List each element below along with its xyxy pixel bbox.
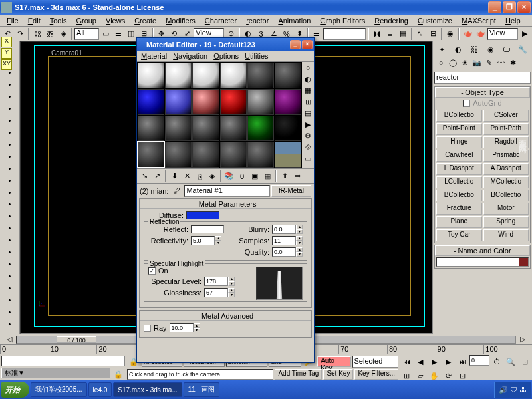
sample-slot-17[interactable] (275, 116, 301, 142)
systems-icon[interactable]: ✱ (507, 57, 518, 68)
me-menu-material[interactable]: Material (138, 52, 170, 61)
taskbar-item[interactable]: S17.max - 3ds ma... (113, 382, 182, 397)
gloss-spinner[interactable]: ▴▾ (204, 288, 235, 297)
render-scene-button[interactable]: 🫖 (462, 27, 473, 41)
sample-slot-16[interactable] (247, 116, 274, 142)
spacewarps-icon[interactable]: 〰 (495, 57, 506, 68)
prev-frame-icon[interactable]: ◀ (414, 355, 427, 368)
maxscript-listener[interactable] (1, 356, 125, 366)
reactor-tool-18[interactable]: • (3, 258, 17, 269)
sample-slot-21[interactable] (220, 142, 247, 168)
motion-tab[interactable]: ◉ (483, 43, 498, 56)
mat-id-icon[interactable]: 0 (236, 170, 248, 182)
helpers-icon[interactable]: ✎ (483, 57, 494, 68)
background-icon[interactable]: ▦ (303, 85, 313, 96)
sample-slot-0[interactable] (138, 63, 164, 88)
lock-icon[interactable]: 🔒 (112, 368, 125, 381)
create-lcollectio[interactable]: LCollectio (436, 176, 482, 188)
reactor-tool-7[interactable]: • (3, 126, 17, 138)
curve-editor-button[interactable]: ∿ (414, 27, 426, 41)
name-color-field[interactable] (436, 257, 529, 267)
ray-spinner[interactable]: ▴▾ (170, 323, 200, 332)
pick-icon[interactable]: 🖋 (170, 184, 183, 198)
lights-icon[interactable]: ☀ (460, 57, 470, 68)
sample-slot-7[interactable] (165, 89, 192, 115)
show-end-icon[interactable]: ▦ (261, 170, 273, 182)
close-button[interactable]: × (517, 1, 531, 13)
reactor-tool-14[interactable]: • (3, 210, 17, 221)
menu-help[interactable]: Help (501, 16, 525, 25)
sample-slot-3[interactable] (220, 63, 247, 88)
render-preset[interactable]: View (487, 28, 518, 40)
video-check-icon[interactable]: ▤ (303, 108, 313, 118)
create-csolver[interactable]: CSolver (483, 110, 529, 122)
show-in-vp-icon[interactable]: ▣ (249, 170, 261, 182)
samples-spinner[interactable]: ▴▾ (272, 236, 303, 245)
unlink-button[interactable]: ⛓̸ (45, 27, 57, 41)
sample-slot-11[interactable] (275, 89, 301, 115)
sample-slot-22[interactable] (247, 142, 274, 168)
sample-slot-9[interactable] (220, 89, 247, 115)
sample-slot-5[interactable] (275, 63, 301, 88)
modify-tab[interactable]: ◐ (450, 43, 466, 56)
reactor-tool-21[interactable]: • (3, 294, 17, 305)
me-menu-navigation[interactable]: Navigation (170, 52, 210, 61)
menu-character[interactable]: Character (201, 16, 241, 25)
create-mcollectio[interactable]: MCollectio (483, 176, 529, 188)
make-preview-icon[interactable]: ▶ (303, 119, 313, 130)
material-name[interactable]: Material #1 (184, 185, 270, 197)
reactor-tool-23[interactable]: • (3, 318, 17, 329)
reactor-tool-3[interactable]: • (3, 78, 17, 90)
named-sel-combo[interactable] (323, 28, 366, 40)
select-by-mat-icon[interactable]: ⯑ (303, 142, 313, 152)
utilities-tab[interactable]: 🔧 (515, 43, 531, 56)
addtag-button[interactable]: Add Time Tag (275, 369, 322, 380)
frame-field[interactable]: 0 (469, 355, 489, 366)
go-parent-icon[interactable]: ⬆ (279, 170, 291, 182)
render-button[interactable]: ▶ (519, 27, 531, 41)
reactor-tool-6[interactable]: • (3, 114, 17, 126)
ray-check[interactable] (144, 325, 151, 332)
create-bcollectio[interactable]: BCollectio (483, 190, 529, 201)
time-config-icon[interactable]: ⏱ (490, 355, 503, 368)
menu-create[interactable]: Create (130, 16, 160, 25)
layer-button[interactable]: ▤ (397, 27, 409, 41)
menu-tools[interactable]: Tools (46, 16, 71, 25)
keyfilters-button[interactable]: Key Filters... (354, 369, 398, 380)
me-menu-options[interactable]: Options (211, 52, 241, 61)
material-type-button[interactable]: fR-Metal (271, 185, 311, 197)
goto-start-icon[interactable]: ⏮ (400, 355, 413, 368)
backlight-icon[interactable]: ◐ (303, 74, 313, 84)
create-adashpot[interactable]: A Dashpot (483, 163, 529, 175)
start-button[interactable]: 开始 (1, 382, 29, 398)
menu-animation[interactable]: Animation (274, 16, 315, 25)
create-motor[interactable]: Motor (483, 203, 529, 215)
put-to-scene-icon[interactable]: ↗ (151, 170, 163, 182)
create-tab[interactable]: ✦ (434, 43, 450, 56)
sample-slot-12[interactable] (138, 116, 164, 142)
menu-group[interactable]: Group (72, 16, 100, 25)
options-icon[interactable]: ⚙ (303, 130, 313, 141)
reactor-tool-11[interactable]: • (3, 174, 17, 186)
name-color-header[interactable]: - Name and Color (435, 245, 530, 256)
taskbar-item[interactable]: ie4.0 (88, 382, 112, 397)
menu-edit[interactable]: Edit (24, 16, 45, 25)
category-combo[interactable]: reactor (434, 72, 531, 84)
autokey-button[interactable]: Auto Key (317, 356, 350, 367)
create-toycar[interactable]: Toy Car (436, 229, 482, 241)
zoom-icon[interactable]: 🔍 (504, 355, 517, 368)
play-icon[interactable]: ▶ (428, 355, 441, 368)
metal-adv-header[interactable]: - Metal Advanced (140, 311, 311, 321)
sample-slot-4[interactable] (247, 63, 274, 88)
sample-slot-10[interactable] (247, 89, 274, 115)
title-bar[interactable]: S17.max - 3ds max 6 - Stand-alone Licens… (0, 0, 532, 15)
axis-xy[interactable]: XY (1, 59, 12, 70)
display-tab[interactable]: 🖵 (499, 43, 514, 56)
reactor-tool-8[interactable]: • (3, 138, 17, 150)
spec-on-check[interactable]: ✓ (148, 267, 156, 275)
reflect-swatch[interactable] (191, 225, 224, 233)
hierarchy-tab[interactable]: ⛓ (467, 43, 482, 56)
menu-graph editors[interactable]: Graph Editors (316, 16, 369, 25)
quality-spinner[interactable]: ▴▾ (272, 247, 303, 257)
reactor-tool-19[interactable]: • (3, 270, 17, 281)
